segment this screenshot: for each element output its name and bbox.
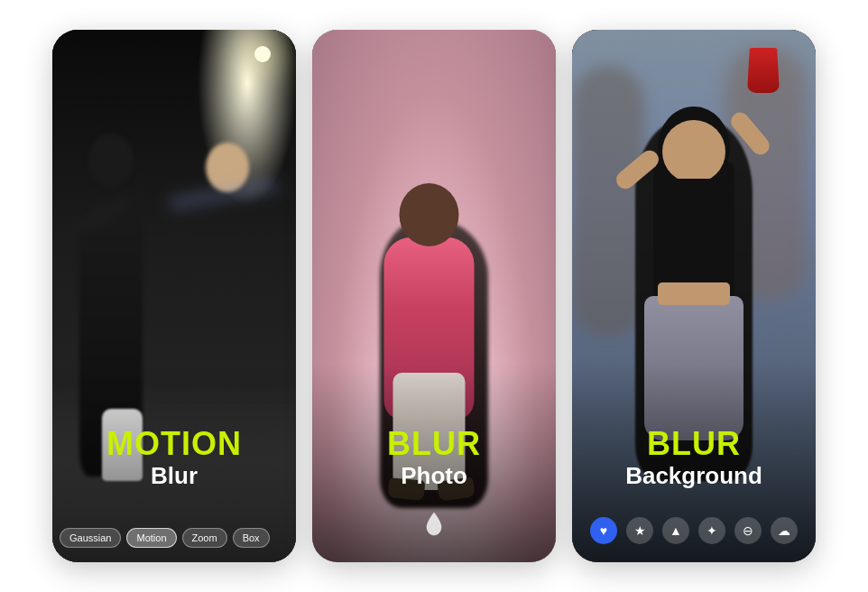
filter-box[interactable]: Box	[233, 528, 270, 548]
red-cup	[747, 48, 780, 93]
cards-container: MOTION Blur Gaussian Motion Zoom Box	[34, 12, 834, 580]
card-1-subtitle: Blur	[52, 462, 296, 490]
card-2-subtitle: Photo	[312, 462, 556, 490]
card-3-title: BLUR	[572, 428, 816, 460]
icon-minus[interactable]: ⊖	[734, 517, 762, 544]
drop-icon-container[interactable]	[418, 508, 450, 541]
card-3-subtitle: Background	[572, 462, 816, 490]
card-1-title: MOTION	[52, 428, 296, 460]
card-1-text: MOTION Blur	[52, 428, 296, 490]
card-2-text: BLUR Photo	[312, 428, 556, 490]
card-3-text: BLUR Background	[572, 428, 816, 490]
card-motion-blur[interactable]: MOTION Blur Gaussian Motion Zoom Box	[52, 30, 296, 562]
icon-heart[interactable]: ♥	[590, 517, 617, 544]
icon-bar: ♥ ★ ▲ ✦ ⊖ ☁	[572, 517, 816, 544]
filter-motion[interactable]: Motion	[126, 528, 176, 548]
card-blur-photo[interactable]: BLUR Photo	[312, 30, 556, 562]
filter-zoom[interactable]: Zoom	[182, 528, 227, 548]
icon-triangle[interactable]: ▲	[662, 517, 689, 544]
card-2-title: BLUR	[312, 428, 556, 460]
icon-gamepad[interactable]: ✦	[698, 517, 725, 544]
icon-cloud[interactable]: ☁	[771, 517, 798, 544]
card-blur-background[interactable]: BLUR Background ♥ ★ ▲ ✦ ⊖ ☁	[572, 30, 816, 562]
filter-gaussian[interactable]: Gaussian	[60, 528, 121, 548]
filter-bar: Gaussian Motion Zoom Box	[60, 528, 289, 548]
drop-icon	[423, 511, 445, 538]
icon-star[interactable]: ★	[626, 517, 653, 544]
